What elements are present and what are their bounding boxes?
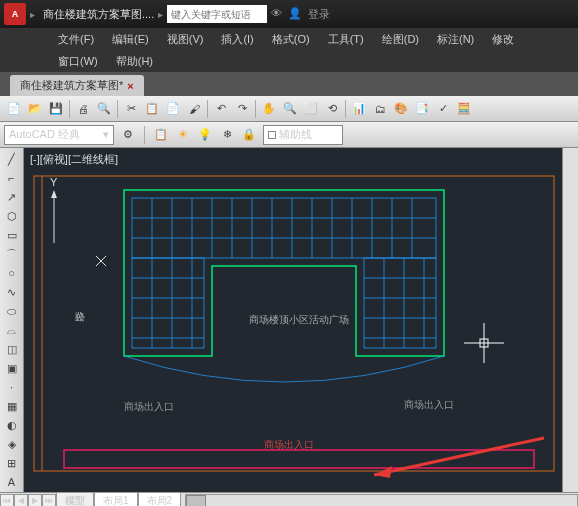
horizontal-scrollbar[interactable]	[185, 494, 578, 507]
menu-file[interactable]: 文件(F)	[50, 30, 102, 49]
sun-icon[interactable]: ☀	[173, 125, 193, 145]
copy-icon[interactable]: 📋	[142, 99, 162, 119]
menu-insert[interactable]: 插入(I)	[213, 30, 261, 49]
menu-tools[interactable]: 工具(T)	[320, 30, 372, 49]
app-logo: A	[4, 3, 26, 25]
search-input[interactable]	[167, 5, 267, 23]
redo-icon[interactable]: ↷	[232, 99, 252, 119]
title-dropdown-icon[interactable]: ▸	[158, 9, 163, 20]
pan-icon[interactable]: ✋	[259, 99, 279, 119]
rectangle-icon[interactable]: ▭	[2, 226, 22, 244]
circle-icon[interactable]: ○	[2, 264, 22, 282]
workspace-select[interactable]: AutoCAD 经典 ▾	[4, 125, 114, 145]
arc-icon[interactable]: ⌒	[2, 245, 22, 263]
match-icon[interactable]: 🖌	[184, 99, 204, 119]
tab-last-icon[interactable]: ⏭	[42, 494, 56, 507]
preview-icon[interactable]: 🔍	[94, 99, 114, 119]
tab-model[interactable]: 模型	[56, 492, 94, 507]
layer-manager-icon[interactable]: 📋	[151, 125, 171, 145]
menu-modify[interactable]: 修改	[484, 30, 522, 49]
svg-line-44	[374, 438, 544, 475]
tab-prev-icon[interactable]: ◀	[14, 494, 28, 507]
svg-rect-32	[364, 258, 436, 348]
polyline-icon[interactable]: ⌐	[2, 169, 22, 187]
zoom-prev-icon[interactable]: ⟲	[322, 99, 342, 119]
menu-draw[interactable]: 绘图(D)	[374, 30, 427, 49]
workspace-settings-icon[interactable]: ⚙	[118, 125, 138, 145]
layer-color-swatch	[268, 131, 276, 139]
ray-icon[interactable]: ↗	[2, 188, 22, 206]
save-icon[interactable]: 💾	[46, 99, 66, 119]
table-icon[interactable]: ⊞	[2, 454, 22, 472]
dropdown-icon: ▾	[103, 128, 109, 141]
vertical-scrollbar[interactable]	[562, 148, 578, 492]
menu-window[interactable]: 窗口(W)	[50, 52, 106, 71]
svg-marker-3	[51, 190, 57, 198]
markup-icon[interactable]: ✓	[433, 99, 453, 119]
polygon-icon[interactable]: ⬡	[2, 207, 22, 225]
designcenter-icon[interactable]: 🗂	[370, 99, 390, 119]
make-block-icon[interactable]: ▣	[2, 359, 22, 377]
layer-select[interactable]: 辅助线	[263, 125, 343, 145]
gradient-icon[interactable]: ◐	[2, 416, 22, 434]
text-icon[interactable]: A	[2, 473, 22, 491]
drawing-canvas[interactable]: [-][俯视][二维线框] Y	[24, 148, 562, 492]
tab-close-icon[interactable]: ×	[127, 80, 133, 92]
canvas-road-text: 公路	[75, 311, 85, 322]
freeze-icon[interactable]: ❄	[217, 125, 237, 145]
menu-edit[interactable]: 编辑(E)	[104, 30, 157, 49]
tab-layout1[interactable]: 布局1	[94, 492, 138, 507]
insert-block-icon[interactable]: ◫	[2, 340, 22, 358]
menu-help[interactable]: 帮助(H)	[108, 52, 161, 71]
menu-dimension[interactable]: 标注(N)	[429, 30, 482, 49]
bulb-icon[interactable]: 💡	[195, 125, 215, 145]
layer-name: 辅助线	[279, 127, 312, 142]
menu-view[interactable]: 视图(V)	[159, 30, 212, 49]
canvas-exit-left: 商场出入口	[124, 401, 174, 412]
line-icon[interactable]: ╱	[2, 150, 22, 168]
document-tab-label: 商住楼建筑方案草图*	[20, 78, 123, 93]
new-icon[interactable]: 📄	[4, 99, 24, 119]
svg-rect-40	[64, 450, 534, 468]
zoom-icon[interactable]: 🔍	[280, 99, 300, 119]
region-icon[interactable]: ◈	[2, 435, 22, 453]
ellipse-arc-icon[interactable]: ⌓	[2, 321, 22, 339]
ellipse-icon[interactable]: ⬭	[2, 302, 22, 320]
binoculars-icon[interactable]: 👁	[271, 7, 282, 22]
undo-icon[interactable]: ↶	[211, 99, 231, 119]
standard-toolbar: 📄 📂 💾 🖨 🔍 ✂ 📋 📄 🖌 ↶ ↷ ✋ 🔍 ⬜ ⟲ 📊 🗂 🎨 📑 ✓ …	[0, 96, 578, 122]
tab-next-icon[interactable]: ▶	[28, 494, 42, 507]
svg-rect-7	[132, 198, 436, 258]
canvas-exit-right: 商场出入口	[404, 399, 454, 410]
lock-icon[interactable]: 🔒	[239, 125, 259, 145]
calc-icon[interactable]: 🧮	[454, 99, 474, 119]
canvas-exit-bottom: 商场出入口	[264, 439, 314, 450]
svg-text:Y: Y	[50, 176, 58, 188]
menu-format[interactable]: 格式(O)	[264, 30, 318, 49]
point-icon[interactable]: ·	[2, 378, 22, 396]
properties-icon[interactable]: 📊	[349, 99, 369, 119]
toolpalette-icon[interactable]: 🎨	[391, 99, 411, 119]
document-title: 商住楼建筑方案草图....	[43, 7, 154, 22]
svg-rect-24	[132, 258, 204, 348]
sheet-icon[interactable]: 📑	[412, 99, 432, 119]
scroll-thumb[interactable]	[186, 495, 206, 507]
spline-icon[interactable]: ∿	[2, 283, 22, 301]
open-icon[interactable]: 📂	[25, 99, 45, 119]
qat-arrow-icon[interactable]: ▸	[30, 9, 35, 20]
tab-layout2[interactable]: 布局2	[138, 492, 182, 507]
login-link[interactable]: 登录	[308, 7, 330, 22]
document-tab[interactable]: 商住楼建筑方案草图* ×	[10, 75, 144, 96]
cut-icon[interactable]: ✂	[121, 99, 141, 119]
tab-first-icon[interactable]: ⏮	[0, 494, 14, 507]
workspace-label: AutoCAD 经典	[9, 127, 80, 142]
paste-icon[interactable]: 📄	[163, 99, 183, 119]
user-icon[interactable]: 👤	[288, 7, 302, 22]
zoom-window-icon[interactable]: ⬜	[301, 99, 321, 119]
print-icon[interactable]: 🖨	[73, 99, 93, 119]
draw-toolbar: ╱ ⌐ ↗ ⬡ ▭ ⌒ ○ ∿ ⬭ ⌓ ◫ ▣ · ▦ ◐ ◈ ⊞ A	[0, 148, 24, 492]
canvas-center-text: 商场楼顶小区活动广场	[249, 314, 349, 325]
hatch-icon[interactable]: ▦	[2, 397, 22, 415]
